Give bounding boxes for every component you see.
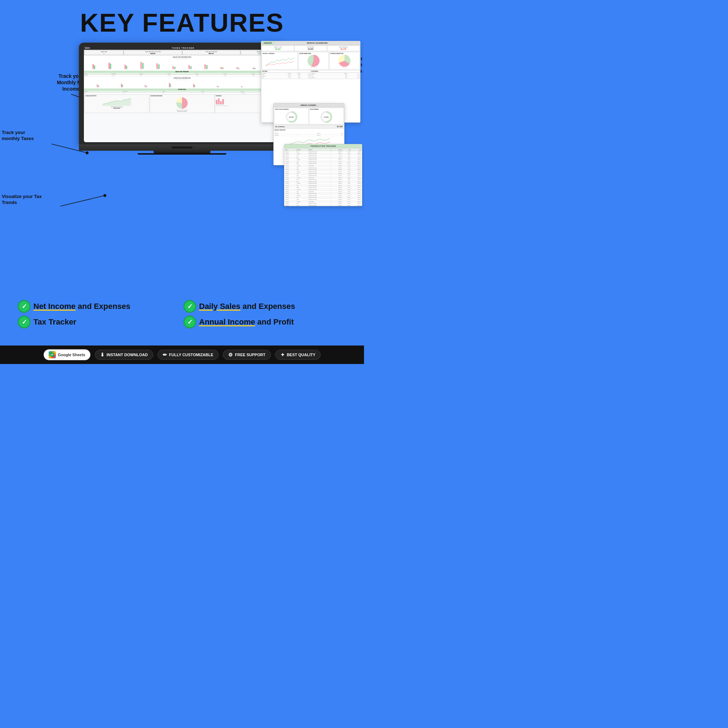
edit-icon: ✏ — [163, 352, 167, 358]
ss-val3: $241.00 — [183, 53, 239, 54]
laptop-notch — [171, 147, 193, 148]
footer-download-label: INSTANT DOWNLOAD — [107, 353, 148, 357]
footer-badge-support[interactable]: ⚙ FREE SUPPORT — [223, 350, 271, 360]
callout-trends: Visualize your Tax Trends — [2, 194, 64, 206]
income-expenses-chart — [263, 55, 297, 67]
laptop-stand — [154, 151, 210, 153]
footer-badge-download[interactable]: ⬇ INSTANT DOWNLOAD — [95, 350, 153, 360]
feature-text-3: Tax Tracker — [34, 317, 76, 327]
ss-year: 2024 — [85, 47, 90, 49]
svg-rect-13 — [51, 354, 54, 355]
download-icon: ⬇ — [100, 352, 104, 358]
feature-item-1: Net Income and Expenses — [18, 300, 180, 313]
laptop-base — [79, 144, 285, 151]
panel-transaction-tracker: TRANSACTION TRACKER Date Platform Catego… — [284, 144, 362, 206]
laptop-foot — [138, 153, 226, 154]
annual-title: ANNUAL DASHBO... — [274, 104, 344, 107]
laptop-screen-inner: 2024 TAXES TRACKER ■■■ START DATE — TOTA… — [84, 46, 280, 142]
profit-val: $3,822 — [263, 48, 293, 50]
svg-point-5 — [104, 194, 106, 197]
footer-google-label: Google Sheets — [58, 353, 85, 357]
svg-marker-7 — [103, 98, 131, 106]
feature-text-2: Daily Sales and Expenses — [199, 302, 295, 311]
net-expenses-label: NET EXPENSES — [275, 126, 285, 128]
svg-line-4 — [60, 196, 105, 206]
feature-item-4: Annual Income and Profit — [184, 316, 346, 329]
checkmark-icon-2 — [184, 300, 196, 313]
footer-customize-label: FULLY CUSTOMIZABLE — [169, 353, 213, 357]
feature-text-1: Net Income and Expenses — [34, 302, 130, 311]
chart3-title: OTHER FEES DISTRIBUTION — [85, 78, 279, 79]
panel-monthly-label: JANUARY — [261, 41, 274, 45]
laptop: 2024 TAXES TRACKER ■■■ START DATE — TOTA… — [79, 43, 285, 154]
checkmark-icon-3 — [18, 316, 31, 329]
ss-title: TAXES TRACKER — [172, 47, 194, 49]
google-sheets-icon — [49, 351, 56, 358]
feature-text-4: Annual Income and Profit — [199, 317, 294, 327]
ss-val2: $248.00 — [125, 53, 181, 54]
features-section: Net Income and Expenses Daily Sales and … — [0, 300, 364, 329]
footer-support-label: FREE SUPPORT — [235, 353, 266, 357]
page-title: KEY FEATURES — [0, 10, 364, 35]
taxes-tracker-spreadsheet: 2024 TAXES TRACKER ■■■ START DATE — TOTA… — [84, 46, 280, 142]
laptop-screen: 2024 TAXES TRACKER ■■■ START DATE — TOTA… — [79, 43, 285, 144]
footer-quality-label: BEST QUALITY — [287, 353, 316, 357]
star-icon: ✦ — [280, 352, 285, 358]
cumulative-chart — [85, 97, 148, 106]
profit-goal-pct: 58.10% — [289, 116, 294, 118]
transaction-title: TRANSACTION TRACKER — [284, 144, 362, 148]
checkmark-icon-4 — [184, 316, 196, 329]
support-icon: ⚙ — [228, 352, 233, 358]
callout-taxes: Track your monthly Taxes — [2, 130, 54, 142]
chart2-title: SALES TAX TRACKER — [85, 71, 279, 72]
profit-margin-pct: 52.54% — [324, 116, 329, 118]
transaction-table: Date Platform Category Amount Tax Net 01… — [285, 148, 361, 206]
svg-rect-15 — [51, 355, 53, 355]
footer-badge-customize[interactable]: ✏ FULLY CUSTOMIZABLE — [158, 350, 219, 360]
chart1-title: SALES TAX DISTRIBUTION — [85, 56, 279, 58]
footer-badge-quality[interactable]: ✦ BEST QUALITY — [275, 350, 321, 360]
main-content: Track your Monthly Net Income Track your… — [0, 39, 364, 238]
footer: Google Sheets ⬇ INSTANT DOWNLOAD ✏ FULLY… — [0, 346, 364, 364]
checkmark-icon-1 — [18, 300, 31, 313]
panel-monthly-title: MONTHLY DASHBOARD — [274, 41, 360, 45]
feature-item-2: Daily Sales and Expenses — [184, 300, 346, 313]
page-header: KEY FEATURES — [0, 0, 364, 39]
footer-badge-google[interactable]: Google Sheets — [43, 349, 91, 361]
feature-item-3: Tax Tracker — [18, 316, 180, 329]
net-expenses-val: $17,900 — [337, 126, 343, 128]
